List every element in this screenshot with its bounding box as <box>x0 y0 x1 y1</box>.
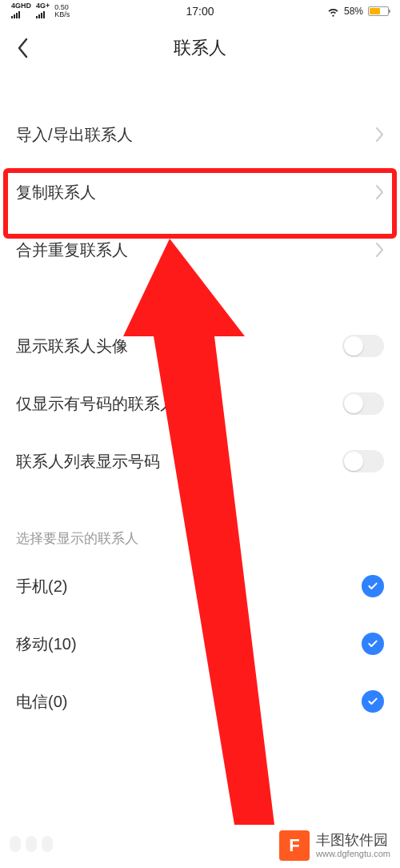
section-header-sources: 选择要显示的联系人 <box>0 519 400 557</box>
row-source-ctcc[interactable]: 电信(0) <box>0 673 400 730</box>
row-import-export[interactable]: 导入/导出联系人 <box>0 106 400 163</box>
row-merge-duplicates[interactable]: 合并重复联系人 <box>0 221 400 279</box>
row-label: 仅显示有号码的联系人 <box>16 393 176 415</box>
sim2-block: 4G+ <box>36 2 50 21</box>
check-icon <box>366 580 379 593</box>
row-label: 电信(0) <box>16 691 67 713</box>
pagination-dots <box>10 836 53 852</box>
section-display-options: 显示联系人头像 仅显示有号码的联系人 联系人列表显示号码 <box>0 317 400 490</box>
nav-bar: 联系人 <box>0 22 400 74</box>
row-label: 合并重复联系人 <box>16 239 128 261</box>
check-ctcc[interactable] <box>362 690 384 713</box>
check-icon <box>366 695 379 708</box>
check-icon <box>366 637 379 650</box>
sim2-signal-icon <box>36 10 45 18</box>
row-label: 手机(2) <box>16 576 67 597</box>
sim2-label: 4G+ <box>36 2 50 10</box>
wifi-icon <box>327 6 339 18</box>
toggle-show-number-in-list[interactable] <box>342 450 384 472</box>
watermark-logo-icon: F <box>279 830 310 861</box>
back-chevron-icon <box>17 38 30 58</box>
row-source-phone[interactable]: 手机(2) <box>0 557 400 615</box>
section-sources: 选择要显示的联系人 手机(2) 移动(10) 电信(0) <box>0 519 400 730</box>
row-show-avatar[interactable]: 显示联系人头像 <box>0 317 400 375</box>
check-phone[interactable] <box>362 575 384 597</box>
status-right: 58% <box>327 6 389 18</box>
sim1-block: 4GHD <box>11 2 31 21</box>
toggle-only-with-number[interactable] <box>342 392 384 415</box>
watermark-name: 丰图软件园 <box>316 832 390 848</box>
status-bar: 4GHD 4G+ 0.50 KB/s 17:00 58% <box>0 0 400 22</box>
toggle-show-avatar[interactable] <box>342 335 384 357</box>
speed-unit: KB/s <box>54 11 70 18</box>
watermark-text: 丰图软件园 www.dgfengtu.com <box>316 832 390 859</box>
back-button[interactable] <box>11 36 35 60</box>
row-copy-contacts[interactable]: 复制联系人 <box>0 163 400 221</box>
check-cmcc[interactable] <box>362 633 384 655</box>
watermark-url: www.dgfengtu.com <box>316 848 390 859</box>
watermark: F 丰图软件园 www.dgfengtu.com <box>270 823 400 868</box>
sim1-signal-icon <box>11 10 20 18</box>
status-left: 4GHD 4G+ 0.50 KB/s <box>11 2 70 21</box>
net-speed: 0.50 KB/s <box>54 4 70 18</box>
sim1-label: 4GHD <box>11 2 31 10</box>
battery-icon <box>368 6 389 16</box>
chevron-right-icon <box>374 242 384 258</box>
row-label: 复制联系人 <box>16 182 96 203</box>
row-label: 联系人列表显示号码 <box>16 451 160 472</box>
row-source-cmcc[interactable]: 移动(10) <box>0 615 400 673</box>
battery-percent: 58% <box>344 6 363 17</box>
chevron-right-icon <box>374 184 384 200</box>
page-title: 联系人 <box>174 36 226 60</box>
row-label: 移动(10) <box>16 633 77 655</box>
section-import-export: 导入/导出联系人 复制联系人 合并重复联系人 <box>0 106 400 279</box>
row-only-with-number[interactable]: 仅显示有号码的联系人 <box>0 375 400 432</box>
row-show-number-in-list[interactable]: 联系人列表显示号码 <box>0 432 400 490</box>
chevron-right-icon <box>374 127 384 143</box>
row-label: 导入/导出联系人 <box>16 124 133 146</box>
row-label: 显示联系人头像 <box>16 336 128 357</box>
